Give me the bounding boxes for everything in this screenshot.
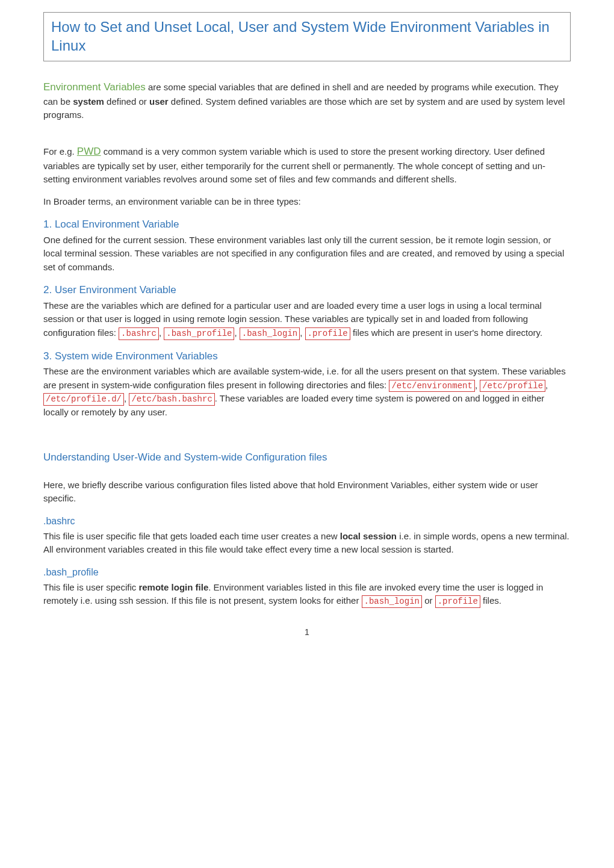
code-etc-profile-d: /etc/profile.d/ xyxy=(43,393,124,406)
sec2-sep1: , xyxy=(159,327,164,338)
title-container: How to Set and Unset Local, User and Sys… xyxy=(43,12,571,61)
code-etc-environment: /etc/environment xyxy=(389,380,474,392)
bash-profile-body: This file is user specific remote login … xyxy=(43,581,571,608)
bp-c: files. xyxy=(480,595,501,606)
sec2-sep2: , xyxy=(234,327,239,338)
sec3-sep2: , xyxy=(545,380,548,390)
page-number: 1 xyxy=(43,626,571,639)
intro-p2-a: For e.g. xyxy=(43,146,77,157)
intro-p1-b: defined or xyxy=(104,96,149,107)
bashrc-a: This file is user specific file that get… xyxy=(43,531,340,541)
intro-paragraph-2: For e.g. PWD command is a very common sy… xyxy=(43,144,571,187)
intro-bold-user: user xyxy=(149,96,169,107)
code-bash-login: .bash_login xyxy=(240,327,300,340)
intro-p2-b: command is a very common system variable… xyxy=(43,146,545,184)
section-3-heading: 3. System wide Environment Variables xyxy=(43,349,571,364)
bashrc-heading: .bashrc xyxy=(43,514,571,529)
section-1-body: One defined for the current session. The… xyxy=(43,234,571,274)
bp-bold: remote login file xyxy=(138,582,208,592)
sec3-sep3: , xyxy=(124,393,129,403)
env-vars-link[interactable]: Environment Variables xyxy=(43,81,146,93)
code-bash-login-2: .bash_login xyxy=(362,595,422,608)
code-etc-profile: /etc/profile xyxy=(480,380,545,392)
code-profile-2: .profile xyxy=(435,595,480,608)
code-bashrc: .bashrc xyxy=(119,327,159,340)
code-profile: .profile xyxy=(305,327,350,340)
pwd-link[interactable]: PWD xyxy=(77,146,101,157)
section-2-heading: 2. User Environment Variable xyxy=(43,282,571,298)
section-2-body: These are the variables which are define… xyxy=(43,299,571,340)
sec3-sep1: , xyxy=(475,380,480,390)
bashrc-body: This file is user specific file that get… xyxy=(43,530,571,557)
bash-profile-heading: .bash_profile xyxy=(43,565,571,580)
main-title: How to Set and Unset Local, User and Sys… xyxy=(51,17,563,55)
sec2-sep3: , xyxy=(300,327,305,338)
bp-or: or xyxy=(422,595,435,606)
understanding-heading: Understanding User-Wide and System-wide … xyxy=(43,450,571,465)
code-bash-profile: .bash_profile xyxy=(164,327,234,340)
bashrc-bold: local session xyxy=(340,531,397,541)
code-etc-bash-bashrc: /etc/bash.bashrc xyxy=(129,393,214,406)
sec2-text-b: files which are present in user's home d… xyxy=(350,327,542,338)
bp-a: This file is user specific xyxy=(43,582,138,592)
understanding-body: Here, we briefly describe various config… xyxy=(43,479,571,506)
intro-paragraph-3: In Broader terms, an environment variabl… xyxy=(43,195,571,209)
section-1-heading: 1. Local Environment Variable xyxy=(43,217,571,232)
intro-paragraph-1: Environment Variables are some special v… xyxy=(43,79,571,122)
intro-bold-system: system xyxy=(73,96,104,107)
section-3-body: These are the environment variables whic… xyxy=(43,365,571,420)
